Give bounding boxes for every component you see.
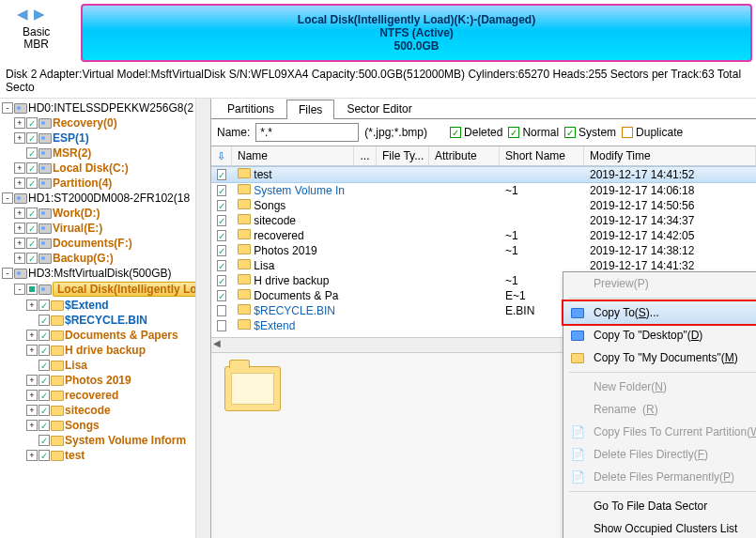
nav-forward-icon[interactable]: ▶ bbox=[34, 6, 47, 23]
col-shortname[interactable]: Short Name bbox=[500, 146, 584, 165]
tree-item[interactable]: +✓ ESP(1) bbox=[2, 131, 210, 146]
menu-delete-directly[interactable]: 📄Delete Files Directly(F) bbox=[563, 443, 756, 466]
table-row[interactable]: ✓ Songs2019-12-17 14:50:56 bbox=[211, 198, 756, 213]
tab-partitions[interactable]: Partitions bbox=[215, 99, 286, 118]
tab-sector-editor[interactable]: Sector Editor bbox=[334, 99, 424, 118]
file-grid-header[interactable]: ⇩ Name ... File Ty... Attribute Short Na… bbox=[211, 146, 756, 166]
menu-copy-desktop[interactable]: Copy To "Desktop"(D) bbox=[563, 324, 756, 346]
tree-item[interactable]: - HD1:ST2000DM008-2FR102(18 bbox=[2, 191, 210, 206]
disk-tree[interactable]: - HD0:INTELSSDPEKKW256G8(2+✓ Recovery(0)… bbox=[0, 99, 211, 538]
tree-item[interactable]: +✓ Photos 2019 bbox=[2, 373, 210, 388]
menu-preview[interactable]: Preview(P) bbox=[563, 272, 756, 295]
filter-normal-checkbox[interactable]: ✓Normal bbox=[508, 126, 559, 139]
tree-item[interactable]: ✓ MSR(2) bbox=[2, 146, 210, 161]
col-mini[interactable]: ... bbox=[354, 146, 377, 165]
table-row[interactable]: ✓ test2019-12-17 14:41:52 bbox=[211, 166, 756, 183]
menu-copy-partition[interactable]: 📄Copy Files To Current Partition(W) bbox=[563, 421, 756, 443]
menu-rename[interactable]: Rename (R) bbox=[563, 398, 756, 421]
tree-item[interactable]: +✓ Documents & Papers bbox=[2, 328, 210, 343]
tree-item[interactable]: +✓ Virual(E:) bbox=[2, 221, 210, 236]
tree-item[interactable]: - Local Disk(Intelligently Lo bbox=[2, 281, 210, 298]
tree-item[interactable]: +✓ Documents(F:) bbox=[2, 236, 210, 251]
table-row[interactable]: ✓ sitecode2019-12-17 14:34:37 bbox=[211, 213, 756, 228]
tree-item[interactable]: ✓ $RECYCLE.BIN bbox=[2, 313, 210, 328]
select-all-icon[interactable]: ⇩ bbox=[217, 150, 225, 162]
partition-banner[interactable]: Local Disk(Intelligently Load)(K:)-(Dama… bbox=[81, 4, 752, 62]
context-menu[interactable]: Preview(P) Copy To(S)... Copy To "Deskto… bbox=[563, 271, 756, 538]
disk-info-line: Disk 2 Adapter:Virtual Model:MsftVirtual… bbox=[0, 64, 756, 99]
tree-item[interactable]: +✓ test bbox=[2, 448, 210, 463]
tree-item[interactable]: +✓ Backup(G:) bbox=[2, 251, 210, 266]
col-name[interactable]: Name bbox=[232, 146, 354, 165]
table-row[interactable]: ✓ recovered~12019-12-17 14:42:05 bbox=[211, 228, 756, 243]
table-row[interactable]: ✓ Photos 2019~12019-12-17 14:38:12 bbox=[211, 243, 756, 258]
filter-system-checkbox[interactable]: ✓System bbox=[564, 126, 616, 139]
menu-copy-to[interactable]: Copy To(S)... bbox=[563, 301, 756, 324]
tree-item[interactable]: +✓ Local Disk(C:) bbox=[2, 161, 210, 176]
tree-item[interactable]: +✓ Recovery(0) bbox=[2, 115, 210, 131]
col-modifytime[interactable]: Modify Time bbox=[584, 146, 756, 165]
menu-new-folder[interactable]: New Folder(N) bbox=[563, 376, 756, 398]
tree-item[interactable]: +✓ recovered bbox=[2, 388, 210, 403]
tree-item[interactable]: - HD3:MsftVirtualDisk(500GB) bbox=[2, 266, 210, 281]
menu-goto-sector[interactable]: Go To File Data Sector▶ bbox=[563, 495, 756, 517]
table-row[interactable]: ✓ System Volume In~12019-12-17 14:06:18 bbox=[211, 183, 756, 198]
tree-item[interactable]: +✓ sitecode bbox=[2, 403, 210, 418]
tree-item[interactable]: ✓ Lisa bbox=[2, 358, 210, 373]
menu-copy-documents[interactable]: Copy To "My Documents"(M) bbox=[563, 346, 756, 369]
tree-scrollbar[interactable] bbox=[195, 99, 210, 538]
col-filetype[interactable]: File Ty... bbox=[377, 146, 429, 165]
tree-item[interactable]: +✓ Partition(4) bbox=[2, 176, 210, 191]
col-attribute[interactable]: Attribute bbox=[429, 146, 500, 165]
tree-item[interactable]: +✓ $Extend bbox=[2, 298, 210, 313]
disk-type-label: Basic MBR bbox=[23, 26, 50, 51]
filter-name-input[interactable] bbox=[255, 123, 359, 142]
filter-deleted-checkbox[interactable]: ✓Deleted bbox=[450, 126, 502, 139]
menu-occupied-clusters[interactable]: Show Occupied Clusters List bbox=[563, 517, 756, 538]
nav-back-icon[interactable]: ◀ bbox=[17, 6, 30, 23]
tree-item[interactable]: +✓ Work(D:) bbox=[2, 206, 210, 221]
tree-item[interactable]: +✓ H drive backup bbox=[2, 343, 210, 358]
tree-item[interactable]: +✓ Songs bbox=[2, 418, 210, 433]
filter-hint: (*.jpg;*.bmp) bbox=[364, 126, 427, 139]
tree-item[interactable]: ✓ System Volume Inform bbox=[2, 433, 210, 448]
tab-files[interactable]: Files bbox=[286, 100, 334, 119]
filter-name-label: Name: bbox=[217, 126, 250, 139]
menu-delete-permanently[interactable]: 📄Delete Files Permanently(P) bbox=[563, 466, 756, 488]
filter-duplicate-checkbox[interactable]: Duplicate bbox=[622, 126, 683, 139]
tree-item[interactable]: - HD0:INTELSSDPEKKW256G8(2 bbox=[2, 100, 210, 115]
folder-preview-icon bbox=[224, 366, 281, 411]
